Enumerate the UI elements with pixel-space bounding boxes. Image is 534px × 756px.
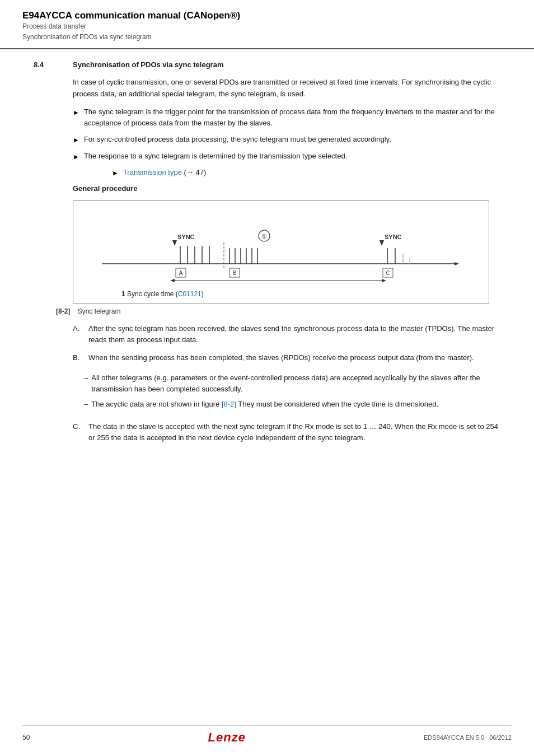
- document-id: EDS94AYCCA EN 5.0 · 06/2012: [424, 734, 512, 741]
- letter-b: B.: [73, 352, 83, 363]
- svg-marker-31: [170, 279, 175, 282]
- figure-text: Sync telegram: [78, 307, 121, 315]
- section-number: 8.4: [34, 60, 56, 69]
- sub-bullet: ► Transmission type (→ 47): [112, 167, 500, 179]
- lettered-item-b: B. When the sending process has been com…: [73, 352, 500, 414]
- svg-marker-6: [380, 240, 384, 246]
- breadcrumb2: Synchronisation of PDOs via sync telegra…: [22, 32, 512, 43]
- bullet-text-3: The response to a sync telegram is deter…: [84, 151, 347, 162]
- bullet-item-1: ► The sync telegram is the trigger point…: [73, 106, 500, 129]
- lettered-item-c: C. The data in the slave is accepted wit…: [73, 421, 500, 444]
- dash-item-b1: – All other telegrams (e.g. parameters o…: [84, 372, 500, 395]
- sub-bullet-ref: (→ 47): [184, 168, 207, 176]
- dash-list-b: – All other telegrams (e.g. parameters o…: [84, 372, 500, 414]
- letter-text-a: After the sync telegram has been receive…: [88, 323, 500, 346]
- document-title: E94AYCCA communication manual (CANopen®): [22, 10, 512, 21]
- inline-ref-8-2[interactable]: [8-2]: [222, 400, 236, 408]
- breadcrumb1: Process data transfer: [22, 21, 512, 32]
- page-header: E94AYCCA communication manual (CANopen®)…: [0, 0, 534, 49]
- svg-text:SYNC: SYNC: [177, 234, 195, 240]
- section-heading: 8.4 Synchronisation of PDOs via sync tel…: [34, 60, 500, 69]
- sub-bullet-arrow: ►: [112, 168, 119, 179]
- intro-text: In case of cyclic transmission, one or s…: [73, 77, 500, 99]
- diagram-caption: 1 Sync cycle time (C01121): [121, 290, 480, 298]
- transmission-type-link[interactable]: Transmission type: [123, 168, 182, 176]
- letter-text-c: The data in the slave is accepted with t…: [88, 421, 500, 444]
- bullet-arrow-3: ►: [73, 152, 79, 162]
- bullet-arrow-2: ►: [73, 135, 79, 146]
- figure-ref: [8-2]: [56, 307, 70, 315]
- svg-marker-1: [455, 262, 459, 265]
- bullet-list: ► The sync telegram is the trigger point…: [73, 106, 500, 179]
- svg-text:①: ①: [261, 233, 267, 240]
- page: E94AYCCA communication manual (CANopen®)…: [0, 0, 534, 756]
- lettered-list: A. After the sync telegram has been rece…: [73, 323, 500, 444]
- figure-label: [8-2] Sync telegram: [56, 307, 500, 315]
- svg-text:C: C: [386, 270, 390, 276]
- caption-link[interactable]: C01121: [178, 290, 202, 298]
- diagram-container: SYNC ① SYNC: [73, 200, 489, 304]
- dash-1: –: [84, 372, 88, 384]
- svg-marker-32: [382, 279, 386, 282]
- dash-text-b2: The acyclic data are not shown in figure…: [91, 399, 438, 410]
- svg-text:SYNC: SYNC: [385, 234, 402, 240]
- bullet-item-3: ► The response to a sync telegram is det…: [73, 151, 500, 162]
- bullet-arrow-1: ►: [73, 108, 79, 118]
- bullet-text-2: For sync-controlled process data process…: [84, 134, 391, 145]
- letter-c: C.: [73, 421, 83, 432]
- caption-text: Sync cycle time: [127, 290, 174, 298]
- sub-bullet-text: Transmission type (→ 47): [123, 167, 206, 179]
- procedure-heading: General procedure: [73, 184, 500, 193]
- bullet-item-2: ► For sync-controlled process data proce…: [73, 134, 500, 146]
- dash-2: –: [84, 399, 88, 410]
- caption-number: 1: [121, 290, 125, 298]
- section-title: Synchronisation of PDOs via sync telegra…: [73, 60, 223, 69]
- sub-bullet-item: ► Transmission type (→ 47): [112, 167, 500, 179]
- lettered-item-a: A. After the sync telegram has been rece…: [73, 323, 500, 346]
- svg-text:A: A: [179, 270, 183, 276]
- page-number: 50: [22, 734, 30, 741]
- dash-text-b1: All other telegrams (e.g. parameters or …: [91, 372, 500, 395]
- page-footer: 50 Lenze EDS94AYCCA EN 5.0 · 06/2012: [22, 725, 512, 745]
- svg-marker-2: [172, 240, 177, 246]
- letter-text-b: When the sending process has been comple…: [88, 352, 474, 363]
- bullet-text-1: The sync telegram is the trigger point f…: [84, 106, 500, 129]
- letter-a: A.: [73, 323, 83, 334]
- lenze-logo: Lenze: [208, 730, 246, 745]
- dash-item-b2: – The acyclic data are not shown in figu…: [84, 399, 500, 410]
- diagram-svg: SYNC ① SYNC: [82, 208, 480, 286]
- main-content: 8.4 Synchronisation of PDOs via sync tel…: [0, 49, 534, 461]
- svg-text:B: B: [233, 270, 237, 276]
